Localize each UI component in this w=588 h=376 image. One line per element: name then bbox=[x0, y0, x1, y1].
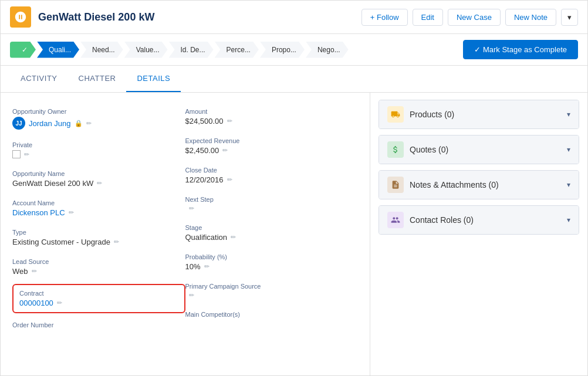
stage-item-value[interactable]: Value... bbox=[124, 42, 168, 58]
quotes-title: Quotes (0) bbox=[410, 145, 567, 154]
contract-label: Contract bbox=[19, 290, 178, 297]
opportunity-owner-edit[interactable]: 🔒 bbox=[75, 120, 83, 127]
opportunity-owner-value: JJ Jordan Jung 🔒 ✏ bbox=[12, 117, 178, 130]
amount-edit[interactable]: ✏ bbox=[227, 117, 232, 125]
probability-field: Probability (%) 10% ✏ bbox=[185, 248, 359, 277]
next-step-value: ✏ bbox=[185, 205, 352, 212]
stage-item-propo[interactable]: Propo... bbox=[260, 42, 305, 58]
new-note-button[interactable]: New Note bbox=[505, 9, 556, 26]
record-header: GenWatt Diesel 200 kW + Follow Edit New … bbox=[1, 1, 587, 34]
notes-section: Notes & Attachments (0) ▾ bbox=[379, 170, 579, 199]
private-label: Private bbox=[12, 141, 178, 148]
expected-revenue-value: $2,450.00 ✏ bbox=[185, 146, 352, 155]
new-case-button[interactable]: New Case bbox=[448, 9, 501, 26]
main-content: Opportunity Owner JJ Jordan Jung 🔒 ✏ Pri… bbox=[1, 93, 587, 375]
right-column: Amount $24,500.00 ✏ Expected Revenue $2,… bbox=[185, 102, 359, 336]
type-text: Existing Customer - Upgrade bbox=[12, 238, 110, 246]
products-chevron-icon: ▾ bbox=[567, 110, 570, 118]
lead-source-edit[interactable]: ✏ bbox=[32, 267, 37, 275]
probability-edit[interactable]: ✏ bbox=[204, 263, 209, 270]
quotes-section: Quotes (0) ▾ bbox=[379, 135, 579, 164]
opportunity-name-field: Opportunity Name GenWatt Diesel 200 kW ✏ bbox=[12, 164, 185, 194]
contact-roles-chevron-icon: ▾ bbox=[567, 216, 570, 224]
stage-item-completed[interactable]: ✓ bbox=[10, 42, 36, 58]
stage-item-need[interactable]: Need... bbox=[80, 42, 123, 58]
primary-campaign-source-edit[interactable]: ✏ bbox=[189, 292, 194, 299]
lead-source-value: Web ✏ bbox=[12, 267, 178, 276]
quotes-icon bbox=[387, 141, 404, 158]
lead-source-text: Web bbox=[12, 267, 28, 276]
contract-link[interactable]: 00000100 bbox=[19, 299, 53, 307]
contract-edit[interactable]: ✏ bbox=[57, 299, 62, 307]
stage-bar: ✓ Quali... Need... Value... Id. De... Pe… bbox=[1, 34, 587, 66]
more-actions-button[interactable]: ▾ bbox=[561, 9, 578, 26]
account-name-link[interactable]: Dickenson PLC bbox=[12, 208, 65, 217]
contract-value: 00000100 ✏ bbox=[19, 299, 178, 307]
stage-item-idde[interactable]: Id. De... bbox=[169, 42, 214, 58]
opportunity-owner-link[interactable]: Jordan Jung bbox=[29, 119, 71, 128]
close-date-field: Close Date 12/20/2016 ✏ bbox=[185, 161, 359, 190]
private-value: ✏ bbox=[12, 150, 178, 158]
opportunity-name-edit[interactable]: ✏ bbox=[97, 179, 102, 187]
stage-field: Stage Qualification ✏ bbox=[185, 218, 359, 248]
notes-title: Notes & Attachments (0) bbox=[410, 180, 567, 189]
tab-chatter[interactable]: CHATTER bbox=[68, 66, 127, 92]
follow-button[interactable]: + Follow bbox=[361, 9, 408, 26]
amount-text: $24,500.00 bbox=[185, 117, 224, 126]
probability-text: 10% bbox=[185, 262, 201, 271]
header-actions: + Follow Edit New Case New Note ▾ bbox=[361, 9, 578, 26]
opportunity-owner-field: Opportunity Owner JJ Jordan Jung 🔒 ✏ bbox=[12, 102, 185, 136]
main-competitors-field: Main Competitor(s) bbox=[185, 305, 359, 326]
expected-revenue-edit[interactable]: ✏ bbox=[222, 147, 228, 154]
quotes-header[interactable]: Quotes (0) ▾ bbox=[379, 136, 579, 164]
next-step-edit[interactable]: ✏ bbox=[189, 205, 194, 212]
notes-icon bbox=[387, 177, 404, 193]
edit-button[interactable]: Edit bbox=[413, 9, 443, 26]
details-panel: Opportunity Owner JJ Jordan Jung 🔒 ✏ Pri… bbox=[1, 93, 370, 375]
stage-label: Stage bbox=[185, 224, 352, 231]
type-edit[interactable]: ✏ bbox=[114, 238, 119, 246]
close-date-edit[interactable]: ✏ bbox=[227, 176, 232, 184]
amount-value: $24,500.00 ✏ bbox=[185, 117, 352, 126]
tab-activity[interactable]: ACTIVITY bbox=[10, 66, 68, 92]
next-step-label: Next Step bbox=[185, 196, 352, 203]
primary-campaign-source-value: ✏ bbox=[185, 292, 352, 299]
main-competitors-label: Main Competitor(s) bbox=[185, 311, 352, 318]
private-field: Private ✏ bbox=[12, 136, 185, 164]
account-name-value: Dickenson PLC ✏ bbox=[12, 208, 178, 217]
account-name-field: Account Name Dickenson PLC ✏ bbox=[12, 194, 185, 223]
record-icon bbox=[10, 6, 31, 28]
expected-revenue-field: Expected Revenue $2,450.00 ✏ bbox=[185, 131, 359, 161]
tabs-bar: ACTIVITY CHATTER DETAILS bbox=[1, 66, 587, 93]
notes-header[interactable]: Notes & Attachments (0) ▾ bbox=[379, 171, 579, 199]
close-date-value: 12/20/2016 ✏ bbox=[185, 175, 352, 184]
lead-source-label: Lead Source bbox=[12, 258, 178, 265]
private-edit[interactable]: ✏ bbox=[24, 151, 29, 158]
type-value: Existing Customer - Upgrade ✏ bbox=[12, 238, 178, 246]
quotes-chevron-icon: ▾ bbox=[567, 145, 570, 154]
stage-item-perce[interactable]: Perce... bbox=[215, 42, 259, 58]
products-header[interactable]: Products (0) ▾ bbox=[379, 100, 579, 128]
order-number-label: Order Number bbox=[12, 321, 178, 328]
contact-roles-section: Contact Roles (0) ▾ bbox=[379, 205, 579, 235]
stage-item-nego[interactable]: Nego... bbox=[306, 42, 349, 58]
opportunity-owner-edit2[interactable]: ✏ bbox=[86, 120, 92, 127]
amount-field: Amount $24,500.00 ✏ bbox=[185, 102, 359, 131]
private-checkbox[interactable] bbox=[12, 150, 21, 158]
mark-complete-button[interactable]: ✓ Mark Stage as Complete bbox=[463, 40, 578, 59]
opportunity-name-text: GenWatt Diesel 200 kW bbox=[12, 179, 93, 188]
order-number-field: Order Number bbox=[12, 316, 185, 336]
tab-details[interactable]: DETAILS bbox=[126, 66, 181, 92]
left-column: Opportunity Owner JJ Jordan Jung 🔒 ✏ Pri… bbox=[12, 102, 185, 336]
stage-edit[interactable]: ✏ bbox=[231, 233, 236, 241]
contact-roles-header[interactable]: Contact Roles (0) ▾ bbox=[379, 206, 579, 234]
account-name-edit[interactable]: ✏ bbox=[69, 209, 74, 216]
amount-label: Amount bbox=[185, 108, 352, 115]
right-panel: Products (0) ▾ Quotes (0) ▾ bbox=[370, 93, 587, 375]
avatar: JJ bbox=[12, 117, 25, 130]
fields-grid: Opportunity Owner JJ Jordan Jung 🔒 ✏ Pri… bbox=[12, 102, 358, 336]
stage-value: Qualification ✏ bbox=[185, 233, 352, 242]
opportunity-name-value: GenWatt Diesel 200 kW ✏ bbox=[12, 179, 178, 188]
stage-item-quali[interactable]: Quali... bbox=[37, 42, 79, 58]
primary-campaign-source-label: Primary Campaign Source bbox=[185, 283, 352, 290]
